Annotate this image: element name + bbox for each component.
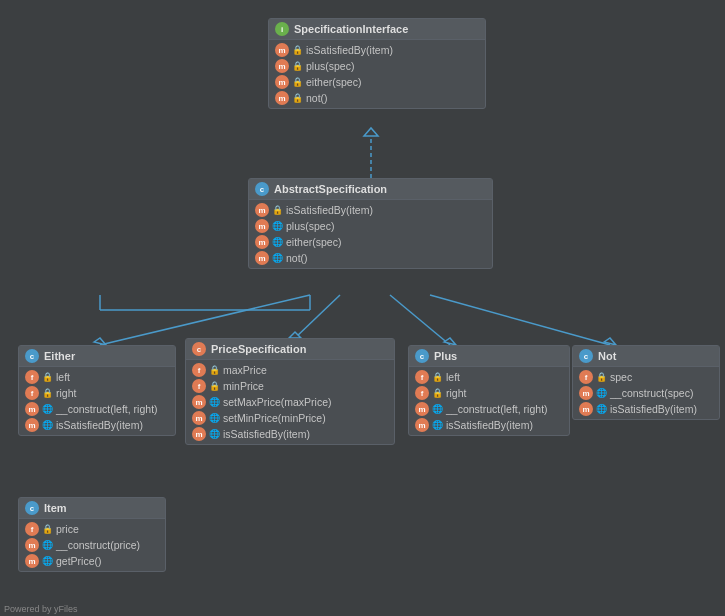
member-label: spec: [610, 371, 632, 383]
member-label: not(): [306, 92, 328, 104]
method-icon: m: [25, 538, 39, 552]
class-item: c Item f 🔒 price m 🌐 __construct(price) …: [18, 497, 166, 572]
member-row: m 🔒 either(spec): [269, 74, 485, 90]
member-label: price: [56, 523, 79, 535]
class-header-item: c Item: [19, 498, 165, 519]
type-icon-class: c: [192, 342, 206, 356]
globe-icon: 🌐: [272, 253, 283, 263]
class-header-abstract-specification: c AbstractSpecification: [249, 179, 492, 200]
method-icon: m: [275, 75, 289, 89]
globe-icon: 🌐: [272, 221, 283, 231]
member-row: m 🌐 __construct(spec): [573, 385, 719, 401]
globe-icon: 🌐: [432, 404, 443, 414]
field-icon: f: [25, 522, 39, 536]
member-row: f 🔒 left: [19, 369, 175, 385]
svg-marker-9: [604, 338, 616, 345]
member-row: m 🔒 isSatisfiedBy(item): [249, 202, 492, 218]
globe-icon: 🌐: [272, 237, 283, 247]
class-specification-interface: i SpecificationInterface m 🔒 isSatisfied…: [268, 18, 486, 109]
type-icon-class: c: [579, 349, 593, 363]
class-name-either: Either: [44, 350, 75, 362]
lock-icon: 🔒: [292, 77, 303, 87]
member-row: m 🌐 __construct(price): [19, 537, 165, 553]
member-label: right: [56, 387, 76, 399]
member-row: m 🌐 isSatisfiedBy(item): [409, 417, 569, 433]
class-body-not: f 🔒 spec m 🌐 __construct(spec) m 🌐 isSat…: [573, 367, 719, 419]
member-row: f 🔒 maxPrice: [186, 362, 394, 378]
diagram-container: i SpecificationInterface m 🔒 isSatisfied…: [0, 0, 725, 616]
field-icon: f: [415, 386, 429, 400]
member-row: m 🌐 isSatisfiedBy(item): [19, 417, 175, 433]
member-label: setMaxPrice(maxPrice): [223, 396, 332, 408]
class-body-price-specification: f 🔒 maxPrice f 🔒 minPrice m 🌐 setMaxPric…: [186, 360, 394, 444]
method-icon: m: [275, 59, 289, 73]
lock-icon: 🔒: [292, 45, 303, 55]
field-icon: f: [192, 363, 206, 377]
member-label: not(): [286, 252, 308, 264]
member-label: plus(spec): [306, 60, 354, 72]
method-icon: m: [415, 418, 429, 432]
field-icon: f: [25, 386, 39, 400]
member-label: __construct(left, right): [56, 403, 158, 415]
class-header-price-specification: c PriceSpecification: [186, 339, 394, 360]
type-icon-class: c: [255, 182, 269, 196]
member-label: isSatisfiedBy(item): [610, 403, 697, 415]
powered-by-label: Powered by yFiles: [4, 604, 78, 614]
method-icon: m: [255, 203, 269, 217]
member-label: left: [56, 371, 70, 383]
class-body-plus: f 🔒 left f 🔒 right m 🌐 __construct(left,…: [409, 367, 569, 435]
globe-icon: 🌐: [432, 420, 443, 430]
class-plus: c Plus f 🔒 left f 🔒 right m 🌐 __construc…: [408, 345, 570, 436]
member-label: __construct(spec): [610, 387, 693, 399]
globe-icon: 🌐: [209, 429, 220, 439]
method-icon: m: [255, 235, 269, 249]
member-row: m 🌐 setMaxPrice(maxPrice): [186, 394, 394, 410]
method-icon: m: [25, 418, 39, 432]
field-icon: f: [192, 379, 206, 393]
member-row: m 🌐 setMinPrice(minPrice): [186, 410, 394, 426]
member-label: __construct(left, right): [446, 403, 548, 415]
globe-icon: 🌐: [42, 540, 53, 550]
member-row: f 🔒 right: [19, 385, 175, 401]
method-icon: m: [192, 411, 206, 425]
class-price-specification: c PriceSpecification f 🔒 maxPrice f 🔒 mi…: [185, 338, 395, 445]
member-label: isSatisfiedBy(item): [56, 419, 143, 431]
svg-line-6: [390, 295, 450, 345]
svg-line-4: [295, 295, 340, 338]
globe-icon: 🌐: [42, 556, 53, 566]
field-icon: f: [415, 370, 429, 384]
globe-icon: 🌐: [42, 404, 53, 414]
class-abstract-specification: c AbstractSpecification m 🔒 isSatisfiedB…: [248, 178, 493, 269]
member-row: m 🌐 getPrice(): [19, 553, 165, 569]
member-label: setMinPrice(minPrice): [223, 412, 326, 424]
member-row: m 🌐 __construct(left, right): [409, 401, 569, 417]
method-icon: m: [255, 219, 269, 233]
type-icon-class: c: [25, 501, 39, 515]
lock-icon: 🔒: [209, 381, 220, 391]
member-row: f 🔒 price: [19, 521, 165, 537]
member-row: m 🌐 plus(spec): [249, 218, 492, 234]
globe-icon: 🌐: [209, 413, 220, 423]
member-row: f 🔒 left: [409, 369, 569, 385]
class-body-either: f 🔒 left f 🔒 right m 🌐 __construct(left,…: [19, 367, 175, 435]
class-either: c Either f 🔒 left f 🔒 right m 🌐 __constr…: [18, 345, 176, 436]
member-row: m 🌐 isSatisfiedBy(item): [186, 426, 394, 442]
member-label: isSatisfiedBy(item): [286, 204, 373, 216]
member-label: __construct(price): [56, 539, 140, 551]
lock-icon: 🔒: [42, 388, 53, 398]
member-label: isSatisfiedBy(item): [306, 44, 393, 56]
member-row: m 🌐 not(): [249, 250, 492, 266]
member-label: either(spec): [286, 236, 341, 248]
globe-icon: 🌐: [596, 388, 607, 398]
lock-icon: 🔒: [272, 205, 283, 215]
member-row: m 🔒 not(): [269, 90, 485, 106]
lock-icon: 🔒: [42, 372, 53, 382]
class-header-specification-interface: i SpecificationInterface: [269, 19, 485, 40]
field-icon: f: [25, 370, 39, 384]
class-name-abstract-specification: AbstractSpecification: [274, 183, 387, 195]
member-label: minPrice: [223, 380, 264, 392]
class-name-item: Item: [44, 502, 67, 514]
member-row: m 🌐 either(spec): [249, 234, 492, 250]
lock-icon: 🔒: [209, 365, 220, 375]
type-icon-class: c: [415, 349, 429, 363]
